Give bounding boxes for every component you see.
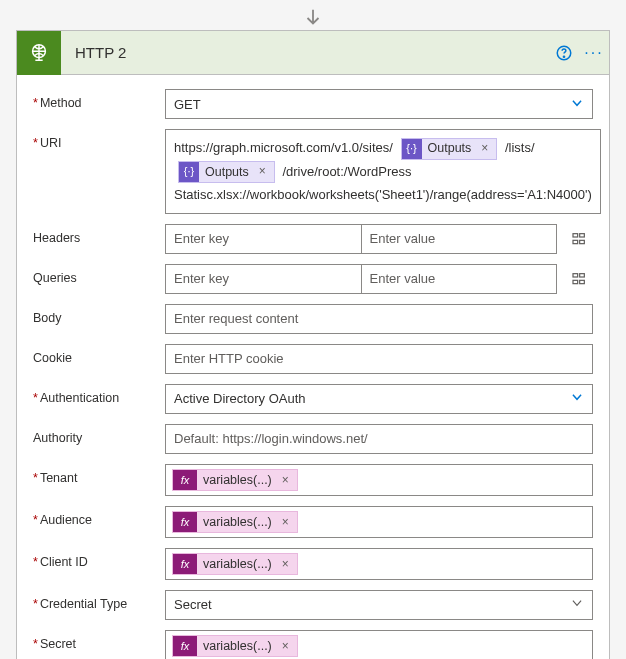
authentication-label: *Authentication xyxy=(33,384,165,405)
switch-mode-icon[interactable] xyxy=(565,265,593,293)
tenant-input[interactable]: fx variables(...) × xyxy=(165,464,593,496)
uri-input[interactable]: https://graph.microsoft.com/v1.0/sites/ … xyxy=(165,129,601,214)
credtype-label: *Credential Type xyxy=(33,590,165,611)
dynamic-content-icon: {·} xyxy=(402,139,422,159)
remove-token-icon[interactable]: × xyxy=(278,639,293,653)
chevron-down-icon xyxy=(570,596,584,613)
card-header[interactable]: HTTP 2 ··· xyxy=(17,31,609,75)
headers-key-input[interactable]: Enter key xyxy=(165,224,362,254)
flow-arrow-in xyxy=(302,0,324,30)
svg-rect-7 xyxy=(573,273,578,276)
headers-value-input[interactable]: Enter value xyxy=(362,224,558,254)
more-icon[interactable]: ··· xyxy=(579,31,609,75)
secret-input[interactable]: fx variables(...) × xyxy=(165,630,593,659)
dynamic-content-icon: {·} xyxy=(179,162,199,182)
body-input[interactable]: Enter request content xyxy=(165,304,593,334)
body-label: Body xyxy=(33,304,165,325)
audience-input[interactable]: fx variables(...) × xyxy=(165,506,593,538)
method-label: *Method xyxy=(33,89,165,110)
svg-point-2 xyxy=(563,56,564,57)
outputs-token[interactable]: {·} Outputs × xyxy=(178,161,275,183)
variables-token[interactable]: fx variables(...) × xyxy=(172,469,298,491)
method-select[interactable]: GET xyxy=(165,89,593,119)
fx-icon: fx xyxy=(173,470,197,490)
svg-rect-10 xyxy=(580,280,585,283)
authority-label: Authority xyxy=(33,424,165,445)
authentication-select[interactable]: Active Directory OAuth xyxy=(165,384,593,414)
chevron-down-icon xyxy=(570,390,584,407)
audience-label: *Audience xyxy=(33,506,165,527)
chevron-down-icon xyxy=(570,96,584,113)
headers-label: Headers xyxy=(33,224,165,245)
svg-rect-9 xyxy=(573,280,578,283)
remove-token-icon[interactable]: × xyxy=(477,138,492,160)
secret-label: *Secret xyxy=(33,630,165,651)
variables-token[interactable]: fx variables(...) × xyxy=(172,511,298,533)
switch-mode-icon[interactable] xyxy=(565,225,593,253)
fx-icon: fx xyxy=(173,554,197,574)
http-icon xyxy=(17,31,61,75)
fx-icon: fx xyxy=(173,512,197,532)
queries-value-input[interactable]: Enter value xyxy=(362,264,558,294)
svg-rect-6 xyxy=(580,240,585,243)
remove-token-icon[interactable]: × xyxy=(278,473,293,487)
variables-token[interactable]: fx variables(...) × xyxy=(172,635,298,657)
variables-token[interactable]: fx variables(...) × xyxy=(172,553,298,575)
outputs-token[interactable]: {·} Outputs × xyxy=(401,138,498,160)
card-title: HTTP 2 xyxy=(61,44,549,61)
clientid-input[interactable]: fx variables(...) × xyxy=(165,548,593,580)
help-icon[interactable] xyxy=(549,31,579,75)
authority-input[interactable]: Default: https://login.windows.net/ xyxy=(165,424,593,454)
svg-rect-3 xyxy=(573,233,578,236)
http-action-card: HTTP 2 ··· *Method GET xyxy=(16,30,610,659)
cookie-input[interactable]: Enter HTTP cookie xyxy=(165,344,593,374)
svg-rect-4 xyxy=(580,233,585,236)
uri-label: *URI xyxy=(33,129,165,150)
cookie-label: Cookie xyxy=(33,344,165,365)
remove-token-icon[interactable]: × xyxy=(278,557,293,571)
queries-label: Queries xyxy=(33,264,165,285)
svg-rect-8 xyxy=(580,273,585,276)
queries-key-input[interactable]: Enter key xyxy=(165,264,362,294)
tenant-label: *Tenant xyxy=(33,464,165,485)
remove-token-icon[interactable]: × xyxy=(278,515,293,529)
remove-token-icon[interactable]: × xyxy=(255,161,270,183)
fx-icon: fx xyxy=(173,636,197,656)
svg-rect-5 xyxy=(573,240,578,243)
clientid-label: *Client ID xyxy=(33,548,165,569)
credtype-select[interactable]: Secret xyxy=(165,590,593,620)
